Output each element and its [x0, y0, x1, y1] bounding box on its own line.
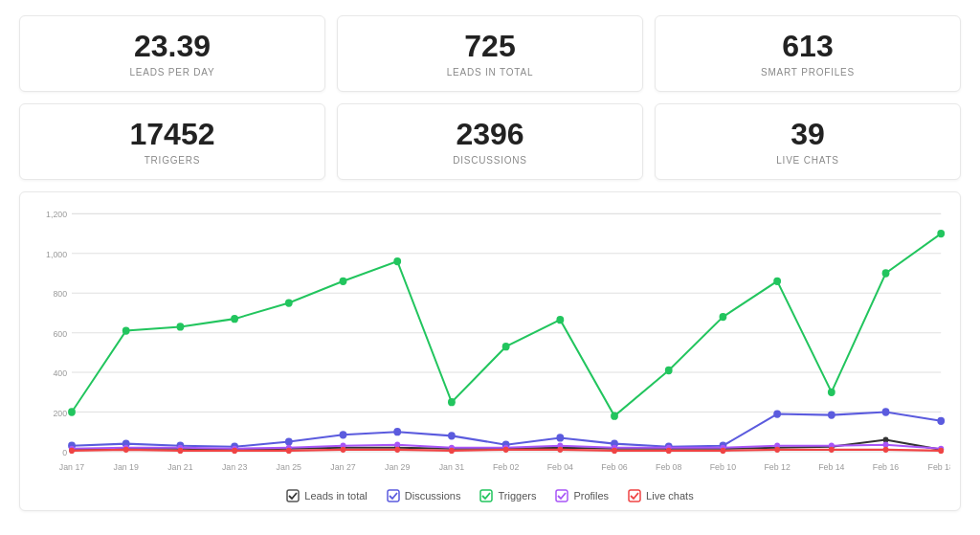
stat-label-live-chats: LIVE CHATS — [675, 155, 941, 166]
discussion-dot — [448, 433, 456, 440]
stats-row-2: 17452 TRIGGERS 2396 DISCUSSIONS 39 LIVE … — [19, 103, 961, 180]
stat-label-discussions: DISCUSSIONS — [357, 155, 623, 166]
stat-card-leads-in-total: 725 LEADS IN TOTAL — [337, 15, 643, 92]
legend-label-leads: Leads in total — [304, 490, 367, 502]
trigger-dot — [340, 278, 347, 285]
stat-card-triggers: 17452 TRIGGERS — [19, 103, 325, 180]
livechats-dot — [123, 447, 129, 453]
trigger-dot — [720, 313, 727, 321]
discussion-dot — [393, 428, 401, 435]
legend-profiles[interactable]: Profiles — [555, 489, 609, 502]
livechats-dot — [286, 448, 292, 454]
livechats-dot — [774, 447, 780, 453]
legend-triggers[interactable]: Triggers — [479, 489, 536, 502]
trigger-dot — [393, 257, 401, 265]
svg-text:Feb 08: Feb 08 — [656, 462, 681, 472]
chart-container: .grid-line { stroke: #e0e0e0; stroke-wid… — [19, 191, 961, 511]
svg-text:0: 0 — [62, 448, 67, 457]
discussion-dot — [882, 409, 890, 416]
discussion-dot — [828, 412, 835, 419]
svg-text:200: 200 — [53, 409, 67, 418]
svg-text:Jan 31: Jan 31 — [439, 462, 464, 472]
discussion-dot — [340, 432, 347, 439]
livechats-dot — [938, 448, 944, 454]
trigger-dot — [665, 367, 673, 374]
svg-text:600: 600 — [53, 329, 67, 339]
chart-svg: .grid-line { stroke: #e0e0e0; stroke-wid… — [30, 204, 950, 481]
stat-card-live-chats: 39 LIVE CHATS — [655, 103, 961, 180]
livechats-dot — [449, 448, 455, 454]
stats-row-1: 23.39 LEADS PER DAY 725 LEADS IN TOTAL 6… — [19, 15, 961, 92]
legend-label-triggers: Triggers — [498, 490, 536, 502]
trigger-dot — [285, 300, 293, 307]
svg-text:Feb 04: Feb 04 — [547, 462, 573, 472]
discussion-dot — [773, 411, 781, 418]
trigger-dot — [556, 316, 564, 323]
discussion-dot — [937, 417, 945, 425]
trigger-dot — [122, 327, 130, 335]
stat-value-triggers: 17452 — [39, 118, 305, 151]
trigger-dot — [882, 270, 890, 278]
svg-rect-31 — [287, 490, 299, 502]
livechats-dot — [612, 448, 617, 454]
svg-text:Jan 17: Jan 17 — [59, 462, 84, 472]
svg-text:Feb 06: Feb 06 — [601, 462, 627, 472]
livechats-dot — [557, 447, 563, 453]
trigger-dot — [828, 389, 835, 396]
svg-rect-35 — [629, 490, 640, 502]
trigger-dot — [176, 323, 184, 331]
legend-live-chats[interactable]: Live chats — [628, 489, 694, 502]
svg-text:Jan 23: Jan 23 — [222, 462, 247, 472]
svg-text:Jan 29: Jan 29 — [385, 462, 410, 472]
trigger-dot — [611, 412, 618, 420]
legend-checkbox-blue-icon — [387, 489, 400, 502]
legend-checkbox-red-icon — [628, 489, 641, 502]
chart-legend: Leads in total Discussions Triggers — [30, 489, 950, 502]
svg-text:400: 400 — [53, 368, 67, 378]
trigger-dot — [231, 315, 238, 323]
livechats-dot — [721, 448, 726, 454]
livechats-dot — [883, 447, 889, 453]
legend-checkbox-icon — [286, 489, 300, 502]
legend-label-discussions: Discussions — [405, 490, 461, 502]
svg-text:Feb 10: Feb 10 — [710, 462, 736, 472]
livechats-dot — [394, 447, 400, 453]
stat-label-triggers: TRIGGERS — [39, 155, 305, 166]
stat-card-discussions: 2396 DISCUSSIONS — [337, 103, 643, 180]
svg-text:Jan 27: Jan 27 — [330, 462, 355, 472]
stat-value-smart-profiles: 613 — [675, 30, 941, 63]
legend-label-live-chats: Live chats — [646, 490, 694, 502]
svg-text:1,000: 1,000 — [46, 250, 67, 259]
triggers-line — [72, 234, 941, 416]
livechats-dot — [341, 447, 346, 453]
svg-text:Jan 19: Jan 19 — [114, 462, 139, 472]
stat-label-leads-in-total: LEADS IN TOTAL — [357, 67, 623, 78]
svg-rect-34 — [556, 490, 568, 502]
trigger-dot — [448, 398, 456, 406]
legend-discussions[interactable]: Discussions — [387, 489, 461, 502]
discussion-dot — [556, 435, 564, 442]
stat-label-smart-profiles: SMART PROFILES — [675, 67, 941, 78]
stat-label-leads-per-day: LEADS PER DAY — [39, 67, 305, 78]
svg-text:Feb 12: Feb 12 — [764, 462, 790, 472]
trigger-dot — [937, 230, 945, 237]
stat-card-leads-per-day: 23.39 LEADS PER DAY — [19, 15, 325, 92]
livechats-dot — [829, 447, 835, 453]
dashboard: 23.39 LEADS PER DAY 725 LEADS IN TOTAL 6… — [0, 0, 980, 521]
svg-text:Feb 16: Feb 16 — [873, 462, 899, 472]
legend-leads-in-total[interactable]: Leads in total — [286, 489, 367, 502]
livechats-dot — [666, 448, 672, 454]
svg-rect-33 — [480, 490, 492, 502]
legend-checkbox-green-icon — [479, 489, 493, 502]
svg-text:Feb 18: Feb 18 — [928, 462, 950, 472]
legend-checkbox-purple-icon — [555, 489, 568, 502]
svg-text:1,200: 1,200 — [46, 211, 67, 220]
chart-area: .grid-line { stroke: #e0e0e0; stroke-wid… — [30, 204, 950, 481]
svg-text:Jan 25: Jan 25 — [277, 462, 301, 472]
stat-value-discussions: 2396 — [357, 118, 623, 151]
svg-text:Feb 14: Feb 14 — [818, 462, 844, 472]
legend-label-profiles: Profiles — [573, 490, 609, 502]
stat-value-live-chats: 39 — [675, 118, 941, 151]
stat-value-leads-per-day: 23.39 — [39, 30, 305, 63]
svg-text:Feb 02: Feb 02 — [493, 462, 519, 472]
